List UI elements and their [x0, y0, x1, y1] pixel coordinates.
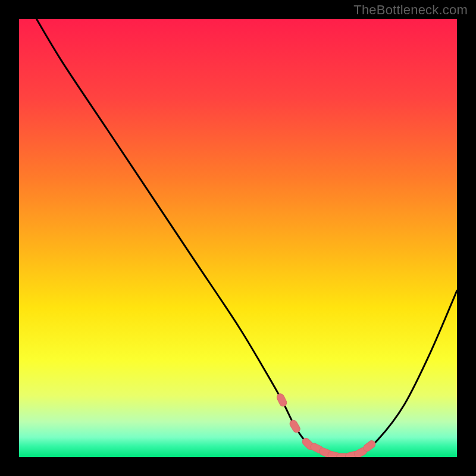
gradient-background	[19, 19, 457, 457]
chart-frame: TheBottleneck.com	[0, 0, 476, 476]
bottleneck-chart	[19, 19, 457, 457]
watermark-text: TheBottleneck.com	[353, 2, 468, 18]
